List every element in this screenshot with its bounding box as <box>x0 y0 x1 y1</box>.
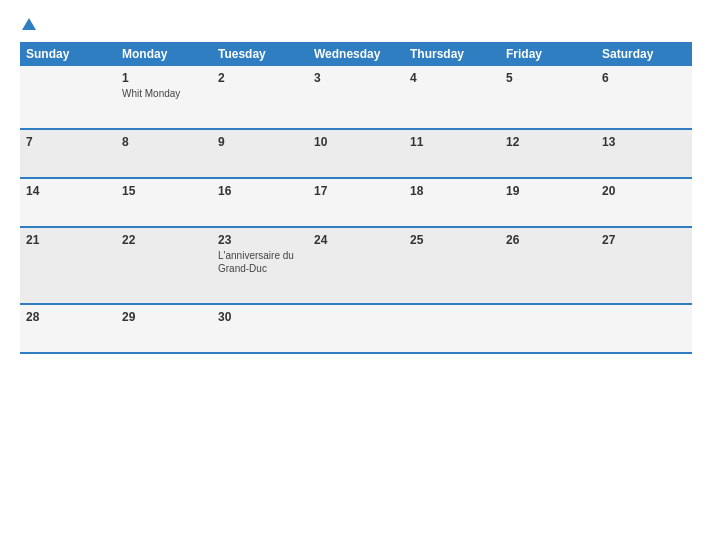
calendar-cell: 27 <box>596 227 692 304</box>
day-number: 7 <box>26 135 110 149</box>
day-number: 16 <box>218 184 302 198</box>
holiday-name: L'anniversaire du Grand-Duc <box>218 249 302 275</box>
col-header-wednesday: Wednesday <box>308 42 404 66</box>
day-number: 9 <box>218 135 302 149</box>
calendar-cell: 7 <box>20 129 116 178</box>
day-number: 22 <box>122 233 206 247</box>
day-number: 18 <box>410 184 494 198</box>
calendar-cell: 26 <box>500 227 596 304</box>
day-number: 24 <box>314 233 398 247</box>
day-number: 15 <box>122 184 206 198</box>
logo-triangle-icon <box>22 18 36 30</box>
calendar-cell <box>596 304 692 353</box>
calendar-cell: 13 <box>596 129 692 178</box>
calendar-cell: 10 <box>308 129 404 178</box>
day-number: 19 <box>506 184 590 198</box>
holiday-name: Whit Monday <box>122 87 206 100</box>
col-header-friday: Friday <box>500 42 596 66</box>
calendar-week-row: 1Whit Monday23456 <box>20 66 692 129</box>
day-number: 4 <box>410 71 494 85</box>
calendar-week-row: 78910111213 <box>20 129 692 178</box>
calendar-cell: 14 <box>20 178 116 227</box>
calendar-cell: 30 <box>212 304 308 353</box>
calendar-cell: 5 <box>500 66 596 129</box>
calendar-week-row: 212223L'anniversaire du Grand-Duc2425262… <box>20 227 692 304</box>
calendar-cell: 17 <box>308 178 404 227</box>
calendar-table: SundayMondayTuesdayWednesdayThursdayFrid… <box>20 42 692 354</box>
calendar-cell: 3 <box>308 66 404 129</box>
day-number: 10 <box>314 135 398 149</box>
day-number: 11 <box>410 135 494 149</box>
col-header-tuesday: Tuesday <box>212 42 308 66</box>
header <box>20 18 692 32</box>
calendar-cell: 2 <box>212 66 308 129</box>
calendar-cell: 24 <box>308 227 404 304</box>
col-header-saturday: Saturday <box>596 42 692 66</box>
calendar-cell: 19 <box>500 178 596 227</box>
day-number: 25 <box>410 233 494 247</box>
calendar-cell <box>308 304 404 353</box>
day-number: 12 <box>506 135 590 149</box>
day-number: 29 <box>122 310 206 324</box>
calendar-cell: 25 <box>404 227 500 304</box>
calendar-week-row: 14151617181920 <box>20 178 692 227</box>
day-number: 3 <box>314 71 398 85</box>
calendar-cell: 20 <box>596 178 692 227</box>
calendar-cell <box>20 66 116 129</box>
day-number: 5 <box>506 71 590 85</box>
calendar-page: SundayMondayTuesdayWednesdayThursdayFrid… <box>0 0 712 550</box>
calendar-cell: 18 <box>404 178 500 227</box>
calendar-cell: 9 <box>212 129 308 178</box>
day-number: 21 <box>26 233 110 247</box>
calendar-cell: 8 <box>116 129 212 178</box>
day-number: 17 <box>314 184 398 198</box>
day-number: 20 <box>602 184 686 198</box>
calendar-cell: 22 <box>116 227 212 304</box>
calendar-cell: 23L'anniversaire du Grand-Duc <box>212 227 308 304</box>
calendar-cell: 1Whit Monday <box>116 66 212 129</box>
calendar-cell: 28 <box>20 304 116 353</box>
calendar-cell: 11 <box>404 129 500 178</box>
logo <box>20 18 36 32</box>
calendar-cell: 16 <box>212 178 308 227</box>
calendar-cell: 4 <box>404 66 500 129</box>
col-header-sunday: Sunday <box>20 42 116 66</box>
calendar-week-row: 282930 <box>20 304 692 353</box>
calendar-cell: 12 <box>500 129 596 178</box>
col-header-thursday: Thursday <box>404 42 500 66</box>
calendar-cell <box>500 304 596 353</box>
calendar-cell: 6 <box>596 66 692 129</box>
calendar-cell: 21 <box>20 227 116 304</box>
day-number: 8 <box>122 135 206 149</box>
calendar-cell <box>404 304 500 353</box>
calendar-header-row: SundayMondayTuesdayWednesdayThursdayFrid… <box>20 42 692 66</box>
day-number: 1 <box>122 71 206 85</box>
day-number: 26 <box>506 233 590 247</box>
day-number: 6 <box>602 71 686 85</box>
day-number: 30 <box>218 310 302 324</box>
day-number: 2 <box>218 71 302 85</box>
day-number: 14 <box>26 184 110 198</box>
col-header-monday: Monday <box>116 42 212 66</box>
day-number: 27 <box>602 233 686 247</box>
day-number: 23 <box>218 233 302 247</box>
calendar-cell: 29 <box>116 304 212 353</box>
calendar-cell: 15 <box>116 178 212 227</box>
day-number: 13 <box>602 135 686 149</box>
day-number: 28 <box>26 310 110 324</box>
